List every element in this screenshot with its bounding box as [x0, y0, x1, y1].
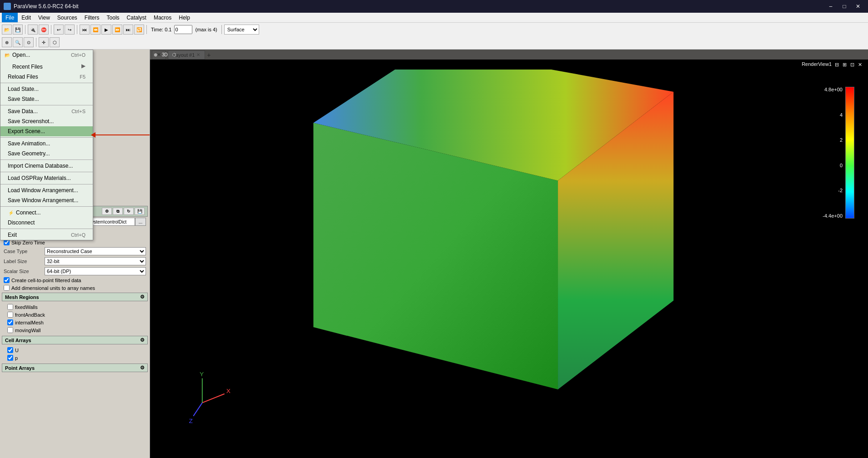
props-copy-btn[interactable]: ⧉ [113, 208, 123, 215]
renderview-label: RenderView1 [802, 61, 832, 67]
props-save-btn[interactable]: 💾 [135, 208, 145, 215]
title-bar: ParaView 5.6.0-RC2 64-bit – □ ✕ [0, 0, 868, 13]
play-next-button[interactable]: ⏩ [112, 25, 122, 35]
scalar-size-select[interactable]: 64-bit (DP) 32-bit (SP) [45, 267, 146, 275]
show-axes-button[interactable]: ✛ [39, 37, 49, 47]
menu-item-open[interactable]: 📂Open... Ctrl+O [0, 50, 93, 60]
point-arrays-title: Point Arrays [5, 365, 35, 371]
u-checkbox[interactable] [7, 347, 13, 353]
menu-item-save-state[interactable]: Save State... [0, 94, 93, 104]
cell-arrays-header[interactable]: Cell Arrays ⚙ [2, 336, 148, 344]
skip-zero-time-label: Skip Zero Time [11, 240, 45, 245]
case-type-select[interactable]: Reconstructed Case Decomposed Case [45, 247, 146, 255]
max-label: (max is 4) [195, 27, 217, 32]
cell-arrays-title: Cell Arrays [5, 338, 31, 343]
save-button[interactable]: 💾 [13, 25, 23, 35]
case-type-row: Case Type Reconstructed Case Decomposed … [2, 246, 148, 256]
cell-array-p: p [5, 354, 144, 362]
scalar-size-row: Scalar Size 64-bit (DP) 32-bit (SP) [2, 266, 148, 276]
menu-item-exit[interactable]: Exit Ctrl+Q [0, 230, 93, 240]
p-checkbox[interactable] [7, 355, 13, 361]
right-viewport: ✕ Layout #1 ✕ + ⊕ 3D ⬡ RenderView1 ⊟ ⊞ ⊡… [150, 50, 868, 458]
orient-button[interactable]: ⬡ [50, 37, 60, 47]
render-mode-select[interactable]: Surface Wireframe Points [224, 25, 259, 35]
menu-view[interactable]: View [35, 13, 54, 22]
zoom-to-box-button[interactable]: 🔍 [13, 37, 23, 47]
time-input[interactable] [174, 25, 192, 34]
play-button[interactable]: ▶ [101, 25, 111, 35]
menu-item-import-cinema[interactable]: Import Cinema Database... [0, 161, 93, 171]
dim-units-checkbox[interactable] [4, 285, 10, 291]
properties-panel: Properties (controlDict) ⚙ ⧉ ↻ 💾 File Na… [0, 204, 150, 458]
legend-val-0: 0 [823, 163, 843, 168]
point-arrays-header[interactable]: Point Arrays ⚙ [2, 363, 148, 372]
menu-item-disconnect[interactable]: Disconnect [0, 218, 93, 228]
vp-orient-btn[interactable]: ⬡ [171, 52, 178, 58]
mesh-regions-header[interactable]: Mesh Regions ⚙ [2, 293, 148, 301]
menu-item-save-screenshot[interactable]: Save Screenshot... [0, 116, 93, 126]
menu-item-save-geometry[interactable]: Save Geometry... [0, 149, 93, 159]
pick-button[interactable]: ⊙ [24, 37, 34, 47]
play-prev-button[interactable]: ⏪ [90, 25, 100, 35]
cell-arrays-settings-icon[interactable]: ⚙ [140, 337, 145, 343]
menu-item-reload-files[interactable]: Reload Files F5 [0, 72, 93, 82]
label-size-row: Label Size 32-bit 64-bit [2, 256, 148, 266]
legend-val-neg2: -2 [823, 188, 843, 193]
cell-arrays-content: U p [2, 345, 148, 363]
color-legend: 4.8e+00 4 2 0 -2 -4.4e+00 [823, 87, 854, 219]
rv-split-h-btn[interactable]: ⊟ [833, 61, 840, 68]
color-bar [845, 87, 854, 219]
connect-button[interactable]: 🔌 [28, 25, 38, 35]
menu-sources[interactable]: Sources [54, 13, 81, 22]
reset-camera-button[interactable]: ⊕ [2, 37, 12, 47]
menu-item-load-state[interactable]: Load State... [0, 84, 93, 94]
open-button[interactable]: 📂 [2, 25, 12, 35]
cell-to-point-checkbox[interactable] [4, 277, 10, 283]
point-arrays-settings-icon[interactable]: ⚙ [140, 365, 145, 371]
label-size-select[interactable]: 32-bit 64-bit [45, 257, 146, 265]
menu-item-load-ospray[interactable]: Load OSPRay Materials... [0, 173, 93, 183]
menu-file[interactable]: File [2, 13, 18, 22]
menu-item-save-animation[interactable]: Save Animation... [0, 139, 93, 149]
fixedwalls-checkbox[interactable] [7, 304, 13, 310]
menu-item-recent-files[interactable]: Recent Files ▶ [0, 60, 93, 72]
props-settings-btn[interactable]: ⚙ [102, 208, 112, 215]
menu-item-load-window[interactable]: Load Window Arrangement... [0, 185, 93, 195]
vp-reset-btn[interactable]: ⊕ [152, 52, 159, 58]
vp-3d-btn[interactable]: 3D [160, 52, 170, 58]
menu-filters[interactable]: Filters [81, 13, 103, 22]
legend-max: 4.8e+00 [823, 87, 843, 92]
frontandback-checkbox[interactable] [7, 312, 13, 318]
file-browse-btn[interactable]: ... [135, 218, 146, 226]
mesh-internalmesh: internalMesh [5, 319, 144, 326]
menu-edit[interactable]: Edit [18, 13, 35, 22]
p-label: p [15, 355, 18, 361]
menu-catalyst[interactable]: Catalyst [123, 13, 150, 22]
menu-help[interactable]: Help [175, 13, 194, 22]
rv-split-v-btn[interactable]: ⊞ [841, 61, 848, 68]
viewport-3d: RenderView1 ⊟ ⊞ ⊡ ✕ [150, 60, 868, 458]
rv-close-btn[interactable]: ✕ [857, 61, 863, 68]
minimize-button[interactable]: – [824, 0, 837, 13]
legend-val-2: 2 [823, 137, 843, 143]
maximize-button[interactable]: □ [838, 0, 851, 13]
close-button[interactable]: ✕ [852, 0, 864, 13]
menu-item-save-window[interactable]: Save Window Arrangement... [0, 195, 93, 205]
props-refresh-btn[interactable]: ↻ [124, 208, 134, 215]
menu-tools[interactable]: Tools [103, 13, 123, 22]
menu-macros[interactable]: Macros [150, 13, 175, 22]
disconnect-button[interactable]: ⛔ [39, 25, 49, 35]
menu-item-save-data[interactable]: Save Data... Ctrl+S [0, 106, 93, 116]
mesh-regions-settings-icon[interactable]: ⚙ [140, 294, 145, 300]
internalmesh-checkbox[interactable] [7, 319, 13, 325]
play-end-button[interactable]: ⏭ [123, 25, 133, 35]
play-start-button[interactable]: ⏮ [80, 25, 90, 35]
rv-max-btn[interactable]: ⊡ [849, 61, 856, 68]
movingwall-checkbox[interactable] [7, 327, 13, 333]
redo-button[interactable]: ↪ [65, 25, 75, 35]
loop-button[interactable]: 🔁 [134, 25, 144, 35]
menu-item-export-scene[interactable]: Export Scene... [0, 126, 93, 136]
undo-button[interactable]: ↩ [54, 25, 64, 35]
cell-to-point-row: Create cell-to-point filtered data [2, 276, 148, 284]
menu-item-connect[interactable]: ⚡Connect... [0, 208, 93, 218]
